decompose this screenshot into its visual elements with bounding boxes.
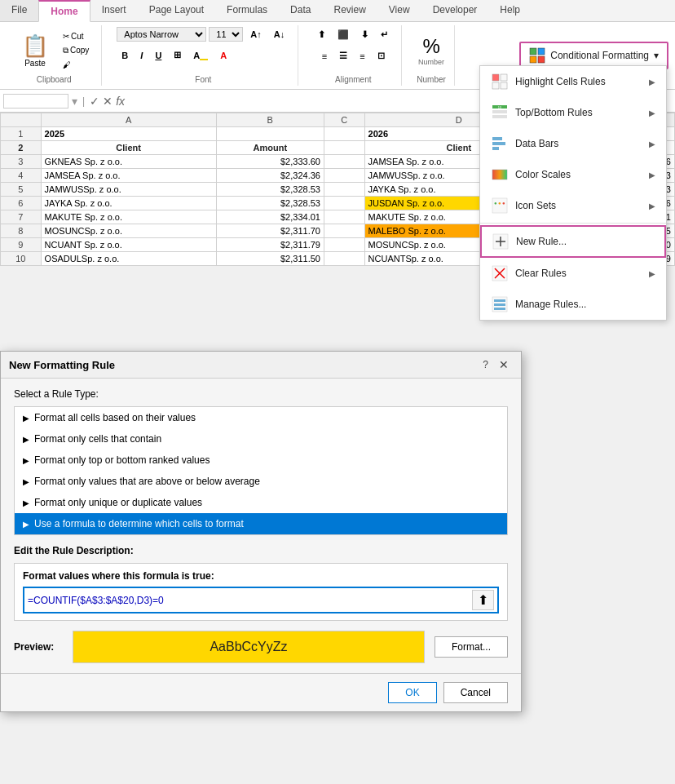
increase-font-button[interactable]: A↑ xyxy=(245,27,266,42)
cell-c10[interactable] xyxy=(324,252,364,266)
cell-c9[interactable] xyxy=(324,238,364,252)
cell-b2[interactable]: Amount xyxy=(216,141,324,155)
rule-item-all-cells[interactable]: ▶ Format all cells based on their values xyxy=(15,407,507,428)
cell-a4[interactable]: JAMSEA Sp. z o.o. xyxy=(41,169,216,183)
tab-help[interactable]: Help xyxy=(488,0,532,21)
cell-a5[interactable]: JAMWUSSp. z o.o. xyxy=(41,183,216,197)
cell-c8[interactable] xyxy=(324,224,364,238)
font-size-select[interactable]: 11 xyxy=(209,27,243,42)
cell-c3[interactable] xyxy=(324,155,364,169)
cell-b3[interactable]: $2,333.60 xyxy=(216,155,324,169)
cell-b1[interactable] xyxy=(216,127,324,141)
colorscales-arrow: ▶ xyxy=(649,171,655,179)
border-button[interactable]: ⊞ xyxy=(169,47,186,63)
tab-formulas[interactable]: Formulas xyxy=(215,0,279,21)
copy-button[interactable]: ⧉ Copy xyxy=(59,44,93,57)
tab-developer[interactable]: Developer xyxy=(421,0,489,21)
row-header-1: 1 xyxy=(1,127,42,141)
cut-button[interactable]: ✂ Cut xyxy=(59,30,93,42)
cell-b8[interactable]: $2,311.70 xyxy=(216,224,324,238)
formula-fx-icon[interactable]: fx xyxy=(116,95,125,108)
col-header-b[interactable]: B xyxy=(216,113,324,127)
cell-b7[interactable]: $2,334.01 xyxy=(216,210,324,224)
italic-button[interactable]: I xyxy=(135,48,148,63)
rule-item-cells-contain[interactable]: ▶ Format only cells that contain xyxy=(15,428,507,450)
formula-text-input[interactable] xyxy=(28,595,469,606)
rule-item-formula[interactable]: ▶ Use a formula to determine which cells… xyxy=(15,513,507,534)
ok-button[interactable]: OK xyxy=(388,682,436,703)
cf-menu-colorscales[interactable]: Color Scales ▶ xyxy=(480,159,666,190)
cell-c5[interactable] xyxy=(324,183,364,197)
tab-home[interactable]: Home xyxy=(38,0,90,22)
align-left-row: ≡ ☰ ≡ ⊡ xyxy=(317,48,390,64)
align-center-button[interactable]: ☰ xyxy=(334,48,352,64)
tab-page-layout[interactable]: Page Layout xyxy=(138,0,215,21)
cell-c1[interactable] xyxy=(324,127,364,141)
svg-rect-15 xyxy=(492,170,507,179)
cell-c7[interactable] xyxy=(324,210,364,224)
svg-rect-7 xyxy=(501,82,507,89)
tab-review[interactable]: Review xyxy=(322,0,377,21)
cf-menu-newrule[interactable]: New Rule... xyxy=(480,225,666,258)
rule-item-unique-duplicate[interactable]: ▶ Format only unique or duplicate values xyxy=(15,492,507,513)
cell-b6[interactable]: $2,328.53 xyxy=(216,197,324,210)
colorscales-label: Color Scales xyxy=(515,169,571,180)
cell-b9[interactable]: $2,311.79 xyxy=(216,238,324,252)
cf-menu-topbottom[interactable]: 10 Top/Bottom Rules ▶ xyxy=(480,97,666,128)
cf-menu-managerules[interactable]: Manage Rules... xyxy=(480,289,666,320)
cell-a8[interactable]: MOSUNCSp. z o.o. xyxy=(41,224,216,238)
dialog-help-button[interactable]: ? xyxy=(483,359,488,370)
tab-data[interactable]: Data xyxy=(279,0,322,21)
bold-button[interactable]: B xyxy=(117,48,133,63)
decrease-font-button[interactable]: A↓ xyxy=(269,27,289,42)
font-name-select[interactable]: Aptos Narrow xyxy=(117,27,206,42)
font-content: Aptos Narrow 11 A↑ A↓ B I U ⊞ A A xyxy=(117,27,289,73)
col-header-c[interactable]: C xyxy=(324,113,364,127)
align-bottom-button[interactable]: ⬇ xyxy=(356,27,373,42)
cell-a10[interactable]: OSADULSp. z o.o. xyxy=(41,252,216,266)
tab-view[interactable]: View xyxy=(377,0,421,21)
col-header-a[interactable]: A xyxy=(41,113,216,127)
align-right-button[interactable]: ≡ xyxy=(355,49,369,64)
cell-a3[interactable]: GKNEAS Sp. z o.o. xyxy=(41,155,216,169)
cf-menu-clearrules[interactable]: Clear Rules ▶ xyxy=(480,258,666,289)
svg-rect-0 xyxy=(530,48,536,55)
cell-b5[interactable]: $2,328.53 xyxy=(216,183,324,197)
fill-color-button[interactable]: A xyxy=(188,48,213,63)
cell-c6[interactable] xyxy=(324,197,364,210)
rule-item-top-bottom[interactable]: ▶ Format only top or bottom ranked value… xyxy=(15,450,507,471)
cell-a2[interactable]: Client xyxy=(41,141,216,155)
cell-b4[interactable]: $2,324.36 xyxy=(216,169,324,183)
dialog-close-button[interactable]: ✕ xyxy=(495,357,513,373)
tab-file[interactable]: File xyxy=(0,0,38,21)
font-color-button[interactable]: A xyxy=(215,48,232,63)
cancel-button[interactable]: Cancel xyxy=(443,682,508,703)
align-left-button[interactable]: ≡ xyxy=(317,49,332,64)
cell-a9[interactable]: NCUANT Sp. z o.o. xyxy=(41,238,216,252)
formula-check-icon[interactable]: ✓ xyxy=(90,95,99,108)
formula-cancel-icon[interactable]: ✕ xyxy=(103,95,112,108)
cf-menu-databars[interactable]: Data Bars ▶ xyxy=(480,128,666,159)
cf-menu-iconsets[interactable]: ● ● ● Icon Sets ▶ xyxy=(480,190,666,221)
cell-b10[interactable]: $2,311.50 xyxy=(216,252,324,266)
underline-button[interactable]: U xyxy=(150,48,166,63)
cell-c4[interactable] xyxy=(324,169,364,183)
rule-item-above-below-avg[interactable]: ▶ Format only values that are above or b… xyxy=(15,471,507,492)
format-painter-button[interactable]: 🖌 xyxy=(59,59,93,71)
cell-a7[interactable]: MAKUTE Sp. z o.o. xyxy=(41,210,216,224)
cf-menu-highlight[interactable]: Highlight Cells Rules ▶ xyxy=(480,66,666,97)
cell-a6[interactable]: JAYKA Sp. z o.o. xyxy=(41,197,216,210)
formula-ref-button[interactable]: ⬆ xyxy=(472,590,494,610)
merge-button[interactable]: ⊡ xyxy=(373,48,390,64)
align-top-button[interactable]: ⬆ xyxy=(313,27,330,42)
cell-a1[interactable]: 2025 xyxy=(41,127,216,141)
format-button[interactable]: Format... xyxy=(435,636,508,658)
paste-button[interactable]: 📋 Paste xyxy=(15,29,55,72)
dialog-body: Select a Rule Type: ▶ Format all cells b… xyxy=(1,379,521,673)
tab-insert[interactable]: Insert xyxy=(90,0,138,21)
svg-text:●: ● xyxy=(502,201,505,206)
wrap-text-button[interactable]: ↵ xyxy=(376,27,393,42)
name-box[interactable] xyxy=(3,94,68,109)
cell-c2[interactable] xyxy=(324,141,364,155)
align-middle-button[interactable]: ⬛ xyxy=(333,27,354,42)
